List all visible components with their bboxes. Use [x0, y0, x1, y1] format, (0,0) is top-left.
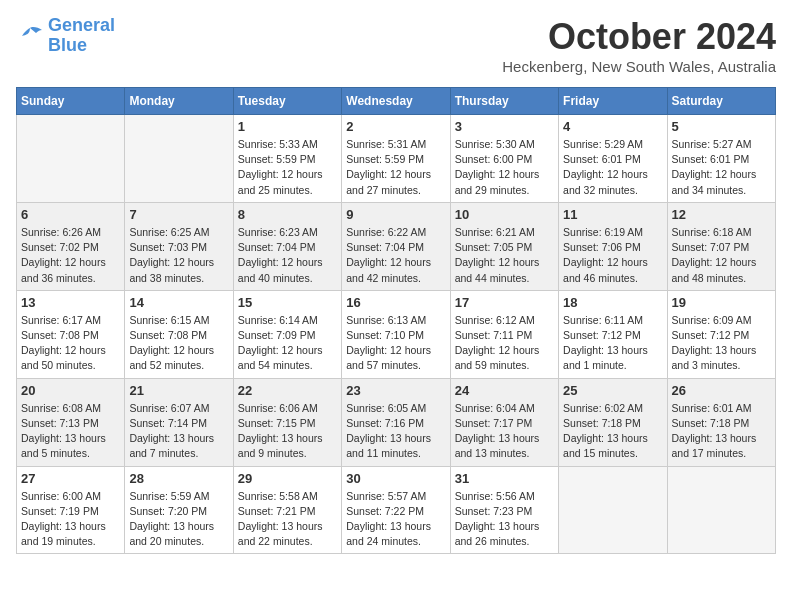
table-cell: 17Sunrise: 6:12 AM Sunset: 7:11 PM Dayli… — [450, 290, 558, 378]
table-cell: 29Sunrise: 5:58 AM Sunset: 7:21 PM Dayli… — [233, 466, 341, 554]
day-info: Sunrise: 6:06 AM Sunset: 7:15 PM Dayligh… — [238, 401, 337, 462]
day-info: Sunrise: 6:19 AM Sunset: 7:06 PM Dayligh… — [563, 225, 662, 286]
calendar-week-3: 13Sunrise: 6:17 AM Sunset: 7:08 PM Dayli… — [17, 290, 776, 378]
day-number: 13 — [21, 295, 120, 310]
day-info: Sunrise: 5:33 AM Sunset: 5:59 PM Dayligh… — [238, 137, 337, 198]
table-cell: 28Sunrise: 5:59 AM Sunset: 7:20 PM Dayli… — [125, 466, 233, 554]
day-info: Sunrise: 6:05 AM Sunset: 7:16 PM Dayligh… — [346, 401, 445, 462]
table-cell: 22Sunrise: 6:06 AM Sunset: 7:15 PM Dayli… — [233, 378, 341, 466]
day-number: 2 — [346, 119, 445, 134]
day-number: 11 — [563, 207, 662, 222]
weekday-header-row: Sunday Monday Tuesday Wednesday Thursday… — [17, 88, 776, 115]
header-thursday: Thursday — [450, 88, 558, 115]
day-info: Sunrise: 6:17 AM Sunset: 7:08 PM Dayligh… — [21, 313, 120, 374]
day-number: 18 — [563, 295, 662, 310]
day-info: Sunrise: 6:09 AM Sunset: 7:12 PM Dayligh… — [672, 313, 771, 374]
table-cell: 23Sunrise: 6:05 AM Sunset: 7:16 PM Dayli… — [342, 378, 450, 466]
day-number: 5 — [672, 119, 771, 134]
table-cell: 3Sunrise: 5:30 AM Sunset: 6:00 PM Daylig… — [450, 115, 558, 203]
day-info: Sunrise: 6:07 AM Sunset: 7:14 PM Dayligh… — [129, 401, 228, 462]
header-friday: Friday — [559, 88, 667, 115]
table-cell — [667, 466, 775, 554]
day-info: Sunrise: 5:27 AM Sunset: 6:01 PM Dayligh… — [672, 137, 771, 198]
table-cell: 15Sunrise: 6:14 AM Sunset: 7:09 PM Dayli… — [233, 290, 341, 378]
logo: General Blue — [16, 16, 115, 56]
table-cell: 4Sunrise: 5:29 AM Sunset: 6:01 PM Daylig… — [559, 115, 667, 203]
day-number: 7 — [129, 207, 228, 222]
header-sunday: Sunday — [17, 88, 125, 115]
day-number: 31 — [455, 471, 554, 486]
day-info: Sunrise: 6:15 AM Sunset: 7:08 PM Dayligh… — [129, 313, 228, 374]
day-info: Sunrise: 5:31 AM Sunset: 5:59 PM Dayligh… — [346, 137, 445, 198]
day-info: Sunrise: 6:18 AM Sunset: 7:07 PM Dayligh… — [672, 225, 771, 286]
logo-icon — [16, 24, 44, 48]
table-cell: 24Sunrise: 6:04 AM Sunset: 7:17 PM Dayli… — [450, 378, 558, 466]
calendar-week-1: 1Sunrise: 5:33 AM Sunset: 5:59 PM Daylig… — [17, 115, 776, 203]
title-area: October 2024 Heckenberg, New South Wales… — [502, 16, 776, 75]
day-info: Sunrise: 6:04 AM Sunset: 7:17 PM Dayligh… — [455, 401, 554, 462]
day-number: 17 — [455, 295, 554, 310]
header-monday: Monday — [125, 88, 233, 115]
header-wednesday: Wednesday — [342, 88, 450, 115]
day-info: Sunrise: 5:59 AM Sunset: 7:20 PM Dayligh… — [129, 489, 228, 550]
table-cell: 21Sunrise: 6:07 AM Sunset: 7:14 PM Dayli… — [125, 378, 233, 466]
page-header: General Blue October 2024 Heckenberg, Ne… — [16, 16, 776, 75]
table-cell: 16Sunrise: 6:13 AM Sunset: 7:10 PM Dayli… — [342, 290, 450, 378]
day-info: Sunrise: 6:01 AM Sunset: 7:18 PM Dayligh… — [672, 401, 771, 462]
day-number: 25 — [563, 383, 662, 398]
day-number: 14 — [129, 295, 228, 310]
day-info: Sunrise: 6:26 AM Sunset: 7:02 PM Dayligh… — [21, 225, 120, 286]
day-number: 26 — [672, 383, 771, 398]
day-info: Sunrise: 6:21 AM Sunset: 7:05 PM Dayligh… — [455, 225, 554, 286]
day-number: 28 — [129, 471, 228, 486]
day-number: 3 — [455, 119, 554, 134]
day-number: 15 — [238, 295, 337, 310]
day-number: 12 — [672, 207, 771, 222]
table-cell: 10Sunrise: 6:21 AM Sunset: 7:05 PM Dayli… — [450, 202, 558, 290]
calendar-week-5: 27Sunrise: 6:00 AM Sunset: 7:19 PM Dayli… — [17, 466, 776, 554]
day-number: 29 — [238, 471, 337, 486]
day-number: 6 — [21, 207, 120, 222]
day-info: Sunrise: 6:12 AM Sunset: 7:11 PM Dayligh… — [455, 313, 554, 374]
table-cell: 20Sunrise: 6:08 AM Sunset: 7:13 PM Dayli… — [17, 378, 125, 466]
table-cell: 26Sunrise: 6:01 AM Sunset: 7:18 PM Dayli… — [667, 378, 775, 466]
day-info: Sunrise: 6:02 AM Sunset: 7:18 PM Dayligh… — [563, 401, 662, 462]
table-cell: 5Sunrise: 5:27 AM Sunset: 6:01 PM Daylig… — [667, 115, 775, 203]
table-cell: 12Sunrise: 6:18 AM Sunset: 7:07 PM Dayli… — [667, 202, 775, 290]
table-cell: 2Sunrise: 5:31 AM Sunset: 5:59 PM Daylig… — [342, 115, 450, 203]
calendar-week-4: 20Sunrise: 6:08 AM Sunset: 7:13 PM Dayli… — [17, 378, 776, 466]
day-number: 30 — [346, 471, 445, 486]
day-info: Sunrise: 6:25 AM Sunset: 7:03 PM Dayligh… — [129, 225, 228, 286]
location: Heckenberg, New South Wales, Australia — [502, 58, 776, 75]
day-info: Sunrise: 6:00 AM Sunset: 7:19 PM Dayligh… — [21, 489, 120, 550]
day-number: 27 — [21, 471, 120, 486]
table-cell: 31Sunrise: 5:56 AM Sunset: 7:23 PM Dayli… — [450, 466, 558, 554]
day-info: Sunrise: 5:56 AM Sunset: 7:23 PM Dayligh… — [455, 489, 554, 550]
day-number: 22 — [238, 383, 337, 398]
day-info: Sunrise: 6:22 AM Sunset: 7:04 PM Dayligh… — [346, 225, 445, 286]
day-info: Sunrise: 6:14 AM Sunset: 7:09 PM Dayligh… — [238, 313, 337, 374]
day-info: Sunrise: 5:30 AM Sunset: 6:00 PM Dayligh… — [455, 137, 554, 198]
calendar-week-2: 6Sunrise: 6:26 AM Sunset: 7:02 PM Daylig… — [17, 202, 776, 290]
table-cell: 27Sunrise: 6:00 AM Sunset: 7:19 PM Dayli… — [17, 466, 125, 554]
day-number: 9 — [346, 207, 445, 222]
table-cell: 19Sunrise: 6:09 AM Sunset: 7:12 PM Dayli… — [667, 290, 775, 378]
table-cell: 8Sunrise: 6:23 AM Sunset: 7:04 PM Daylig… — [233, 202, 341, 290]
table-cell: 1Sunrise: 5:33 AM Sunset: 5:59 PM Daylig… — [233, 115, 341, 203]
header-tuesday: Tuesday — [233, 88, 341, 115]
table-cell: 25Sunrise: 6:02 AM Sunset: 7:18 PM Dayli… — [559, 378, 667, 466]
day-info: Sunrise: 5:29 AM Sunset: 6:01 PM Dayligh… — [563, 137, 662, 198]
table-cell: 7Sunrise: 6:25 AM Sunset: 7:03 PM Daylig… — [125, 202, 233, 290]
day-number: 19 — [672, 295, 771, 310]
day-info: Sunrise: 5:58 AM Sunset: 7:21 PM Dayligh… — [238, 489, 337, 550]
table-cell: 14Sunrise: 6:15 AM Sunset: 7:08 PM Dayli… — [125, 290, 233, 378]
day-info: Sunrise: 6:13 AM Sunset: 7:10 PM Dayligh… — [346, 313, 445, 374]
logo-text: General Blue — [48, 16, 115, 56]
day-number: 23 — [346, 383, 445, 398]
day-info: Sunrise: 6:23 AM Sunset: 7:04 PM Dayligh… — [238, 225, 337, 286]
header-saturday: Saturday — [667, 88, 775, 115]
table-cell: 6Sunrise: 6:26 AM Sunset: 7:02 PM Daylig… — [17, 202, 125, 290]
day-info: Sunrise: 6:08 AM Sunset: 7:13 PM Dayligh… — [21, 401, 120, 462]
table-cell: 30Sunrise: 5:57 AM Sunset: 7:22 PM Dayli… — [342, 466, 450, 554]
day-number: 20 — [21, 383, 120, 398]
